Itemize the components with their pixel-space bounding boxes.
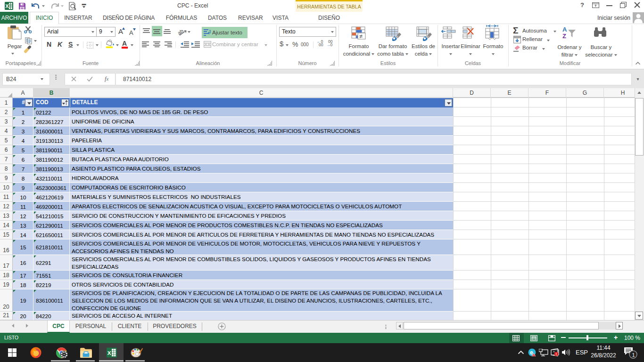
svg-text:Z: Z <box>562 33 566 39</box>
svg-text:ab: ab <box>178 28 184 36</box>
svg-text:X: X <box>107 350 111 356</box>
svg-text:!: ! <box>556 353 557 356</box>
svg-text:A: A <box>562 26 567 33</box>
svg-text:X: X <box>5 3 9 9</box>
svg-text:1: 1 <box>632 352 635 358</box>
svg-text:≠: ≠ <box>360 33 363 40</box>
